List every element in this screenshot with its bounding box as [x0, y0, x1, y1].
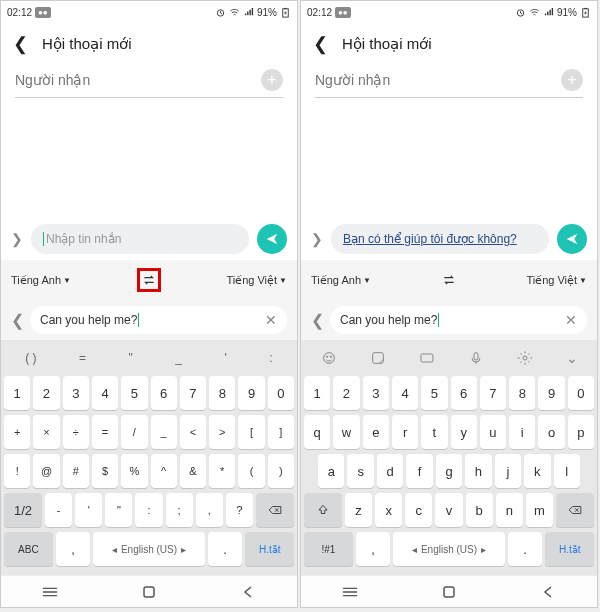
swap-button[interactable]	[137, 268, 161, 292]
key[interactable]: 0	[568, 376, 594, 410]
sugg[interactable]: '	[225, 351, 227, 365]
key[interactable]: q	[304, 415, 330, 449]
key[interactable]: 6	[451, 376, 477, 410]
back-nav-icon[interactable]	[239, 583, 257, 601]
period-key[interactable]: .	[508, 532, 543, 566]
source-lang[interactable]: Tiếng Anh▼	[11, 274, 71, 287]
key[interactable]: c	[405, 493, 432, 527]
target-lang[interactable]: Tiếng Việt▼	[226, 274, 287, 287]
key[interactable]: %	[121, 454, 147, 488]
home-icon[interactable]	[440, 583, 458, 601]
back-nav-icon[interactable]	[539, 583, 557, 601]
message-input[interactable]: Nhập tin nhắn	[31, 224, 249, 254]
key[interactable]: 7	[480, 376, 506, 410]
key[interactable]: 2	[33, 376, 59, 410]
sugg[interactable]: "	[129, 351, 133, 365]
key[interactable]: m	[526, 493, 553, 527]
backspace-key[interactable]	[256, 493, 294, 527]
collapse-icon[interactable]: ❮	[11, 311, 24, 330]
key[interactable]: y	[451, 415, 477, 449]
shortcut-key[interactable]: H.tắt	[245, 532, 294, 566]
key[interactable]: <	[180, 415, 206, 449]
key[interactable]: h	[465, 454, 491, 488]
shortcut-key[interactable]: H.tắt	[545, 532, 594, 566]
key[interactable]: l	[554, 454, 580, 488]
key[interactable]: 4	[92, 376, 118, 410]
key[interactable]: i	[509, 415, 535, 449]
voice-icon[interactable]	[468, 350, 484, 366]
key[interactable]: e	[363, 415, 389, 449]
key[interactable]: 9	[538, 376, 564, 410]
key[interactable]: @	[33, 454, 59, 488]
key[interactable]: :	[135, 493, 162, 527]
sugg[interactable]: :	[269, 351, 272, 365]
key[interactable]: ÷	[63, 415, 89, 449]
key[interactable]: [	[238, 415, 264, 449]
recents-icon[interactable]	[341, 583, 359, 601]
back-icon[interactable]: ❮	[313, 33, 328, 55]
key[interactable]: #	[63, 454, 89, 488]
key[interactable]: 0	[268, 376, 294, 410]
key[interactable]: ;	[166, 493, 193, 527]
sugg[interactable]: ( )	[25, 351, 36, 365]
emoji-icon[interactable]	[321, 350, 337, 366]
key[interactable]: k	[524, 454, 550, 488]
key[interactable]: o	[538, 415, 564, 449]
key[interactable]: &	[180, 454, 206, 488]
source-lang[interactable]: Tiếng Anh▼	[311, 274, 371, 287]
key[interactable]: r	[392, 415, 418, 449]
space-key[interactable]: ◂English (US)▸	[93, 532, 204, 566]
send-button[interactable]	[557, 224, 587, 254]
key[interactable]: 3	[63, 376, 89, 410]
recipient-input[interactable]	[15, 72, 261, 88]
comma-key[interactable]: ,	[356, 532, 391, 566]
sugg[interactable]: =	[79, 351, 86, 365]
key[interactable]: ]	[268, 415, 294, 449]
key[interactable]: w	[333, 415, 359, 449]
target-lang[interactable]: Tiếng Việt▼	[526, 274, 587, 287]
key[interactable]: $	[92, 454, 118, 488]
key[interactable]: z	[345, 493, 372, 527]
key[interactable]: g	[436, 454, 462, 488]
space-key[interactable]: ◂English (US)▸	[393, 532, 504, 566]
key[interactable]: =	[92, 415, 118, 449]
key[interactable]: 1	[4, 376, 30, 410]
key[interactable]: ×	[33, 415, 59, 449]
add-recipient-button[interactable]: +	[561, 69, 583, 91]
key[interactable]: 3	[363, 376, 389, 410]
translate-input[interactable]: Can you help me? ✕	[30, 306, 287, 334]
key[interactable]: d	[377, 454, 403, 488]
abc-key[interactable]: ABC	[4, 532, 53, 566]
key[interactable]: 1	[304, 376, 330, 410]
key[interactable]: s	[347, 454, 373, 488]
recipient-input[interactable]	[315, 72, 561, 88]
key[interactable]: ,	[196, 493, 223, 527]
expand-toolbar-icon[interactable]: ⌄	[566, 350, 578, 366]
collapse-icon[interactable]: ❮	[311, 311, 324, 330]
period-key[interactable]: .	[208, 532, 243, 566]
key[interactable]: 2	[333, 376, 359, 410]
shift-key[interactable]	[304, 493, 342, 527]
key[interactable]: f	[406, 454, 432, 488]
key[interactable]: /	[121, 415, 147, 449]
key[interactable]: ^	[151, 454, 177, 488]
message-input[interactable]: Bạn có thể giúp tôi được không?	[331, 224, 549, 254]
back-icon[interactable]: ❮	[13, 33, 28, 55]
key[interactable]: "	[105, 493, 132, 527]
expand-icon[interactable]: ❯	[11, 231, 23, 247]
key[interactable]: 6	[151, 376, 177, 410]
key[interactable]: *	[209, 454, 235, 488]
key[interactable]: 9	[238, 376, 264, 410]
key[interactable]: n	[496, 493, 523, 527]
key[interactable]: u	[480, 415, 506, 449]
key[interactable]: 8	[509, 376, 535, 410]
key[interactable]: p	[568, 415, 594, 449]
mode-key[interactable]: 1/2	[4, 493, 42, 527]
key[interactable]: (	[238, 454, 264, 488]
clear-icon[interactable]: ✕	[565, 312, 577, 328]
key[interactable]: )	[268, 454, 294, 488]
key[interactable]: a	[318, 454, 344, 488]
key[interactable]: 7	[180, 376, 206, 410]
key[interactable]: !	[4, 454, 30, 488]
gif-icon[interactable]	[419, 350, 435, 366]
